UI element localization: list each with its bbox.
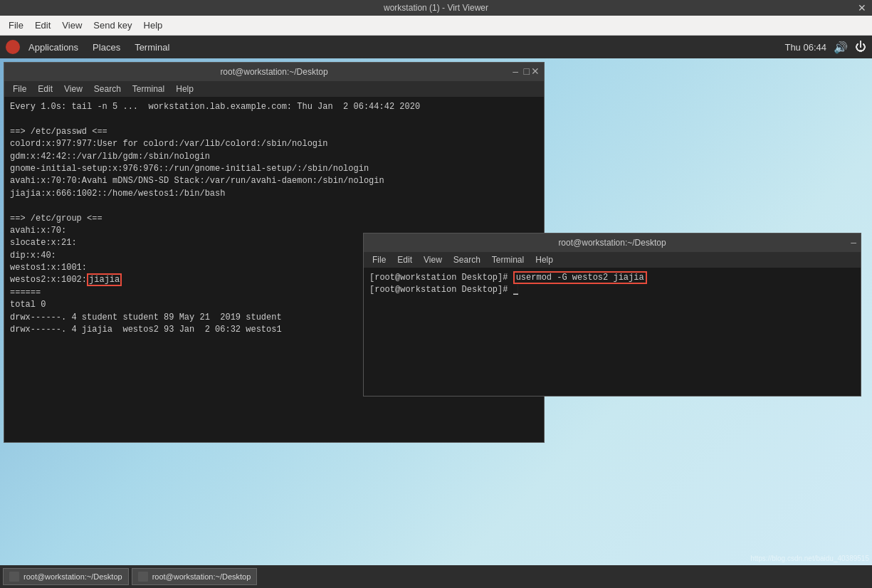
t1-menu-terminal[interactable]: Terminal [127, 83, 170, 95]
gnome-terminal-btn[interactable]: Terminal [129, 41, 175, 54]
t1-menu-search[interactable]: Search [88, 83, 127, 95]
taskbar-item-1[interactable]: root@workstation:~/Desktop [3, 568, 129, 585]
terminal2-content: [root@workstation Desktop]# usermod -G w… [369, 272, 855, 297]
gnome-applications-btn[interactable]: Applications [23, 41, 84, 54]
gnome-desktop: root@workstation:~/Desktop – □ ✕ File Ed… [0, 58, 872, 565]
gnome-panel-left: Applications Places Terminal [6, 40, 175, 54]
window-title: workstation (1) - Virt Viewer [384, 3, 488, 13]
terminal-window-2: root@workstation:~/Desktop – File Edit V… [363, 233, 861, 397]
taskbar-icon-1 [9, 572, 19, 582]
menu-sendkey[interactable]: Send key [88, 19, 137, 32]
watermark: https://blog.csdn.net/baidu_40389515 [750, 555, 869, 562]
terminal1-close-btn[interactable]: ✕ [531, 65, 540, 77]
window-close-button[interactable]: ✕ [858, 2, 866, 14]
gnome-panel: Applications Places Terminal Thu 06:44 🔊… [0, 36, 872, 58]
gnome-volume-icon[interactable]: 🔊 [834, 41, 848, 54]
terminal1-menubar: File Edit View Search Terminal Help [4, 81, 544, 97]
taskbar-label-2: root@workstation:~/Desktop [152, 572, 251, 581]
taskbar: root@workstation:~/Desktop root@workstat… [0, 565, 872, 588]
terminal2-body[interactable]: [root@workstation Desktop]# usermod -G w… [364, 268, 861, 396]
gnome-power-icon[interactable]: ⏻ [855, 41, 866, 53]
t2-menu-help[interactable]: Help [530, 254, 559, 266]
terminal1-title: root@workstation:~/Desktop [220, 67, 327, 77]
terminal1-minimize-btn[interactable]: – [513, 65, 518, 77]
virt-viewer-menubar: File Edit View Send key Help [0, 16, 872, 36]
gnome-clock: Thu 06:44 [784, 42, 826, 53]
terminal1-titlebar: root@workstation:~/Desktop – □ ✕ [4, 63, 544, 81]
gnome-places-btn[interactable]: Places [87, 41, 126, 54]
t1-menu-file[interactable]: File [7, 83, 32, 95]
taskbar-label-1: root@workstation:~/Desktop [23, 572, 122, 581]
terminal2-minimize-btn[interactable]: – [851, 236, 856, 248]
menu-help[interactable]: Help [138, 19, 169, 32]
menu-view[interactable]: View [56, 19, 88, 32]
terminal1-maximize-btn[interactable]: □ [524, 65, 530, 77]
terminal2-menubar: File Edit View Search Terminal Help [364, 252, 861, 268]
t2-menu-terminal[interactable]: Terminal [486, 254, 530, 266]
t2-menu-view[interactable]: View [418, 254, 448, 266]
menu-file[interactable]: File [3, 19, 29, 32]
terminal2-titlebar: root@workstation:~/Desktop – [364, 233, 861, 252]
t2-menu-file[interactable]: File [367, 254, 392, 266]
t2-menu-edit[interactable]: Edit [392, 254, 418, 266]
t1-menu-view[interactable]: View [58, 83, 88, 95]
terminal2-title: root@workstation:~/Desktop [558, 238, 666, 248]
gnome-app-icon [6, 40, 20, 54]
t1-menu-edit[interactable]: Edit [32, 83, 58, 95]
taskbar-item-2[interactable]: root@workstation:~/Desktop [132, 568, 258, 585]
t2-menu-search[interactable]: Search [448, 254, 486, 266]
menu-edit[interactable]: Edit [29, 19, 56, 32]
virt-viewer-titlebar: workstation (1) - Virt Viewer ✕ [0, 0, 872, 16]
gnome-panel-right: Thu 06:44 🔊 ⏻ [784, 41, 866, 54]
t1-menu-help[interactable]: Help [170, 83, 199, 95]
taskbar-icon-2 [138, 572, 148, 582]
